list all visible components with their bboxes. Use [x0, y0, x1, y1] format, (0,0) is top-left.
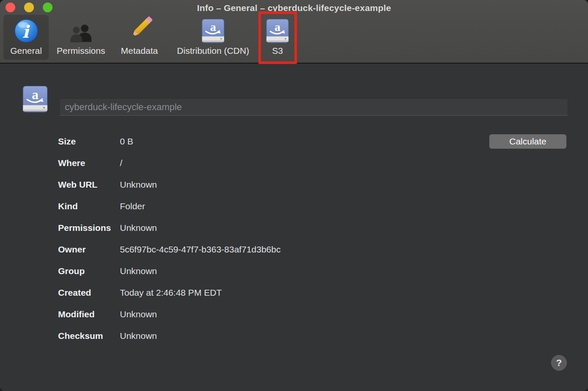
people-icon: [69, 15, 93, 45]
filename-input[interactable]: [59, 98, 568, 116]
s3-drive-icon: [201, 15, 225, 45]
tab-permissions[interactable]: Permissions: [50, 15, 112, 60]
tab-label: Permissions: [57, 45, 105, 56]
row-label: Owner: [0, 244, 120, 255]
info-row-owner: Owner 5c6f97bc-4c59-47f7-b363-83af71d3b6…: [0, 238, 588, 260]
s3-drive-icon: [266, 15, 289, 45]
row-value: Unknown: [120, 309, 157, 319]
row-value: Unknown: [120, 180, 157, 190]
info-row-checksum: Checksum Unknown: [0, 325, 588, 347]
tab-label: Distribution (CDN): [177, 45, 249, 56]
row-value: 0 B: [120, 136, 133, 147]
row-value: Today at 2:46:48 PM EDT: [120, 288, 222, 298]
general-panel: Size 0 B Calculate Where / Web URL Unkno…: [0, 64, 588, 391]
window-title: Info – General – cyberduck-lifecycle-exa…: [0, 3, 588, 13]
row-label: Group: [0, 266, 120, 276]
s3-drive-icon: [20, 86, 50, 115]
row-label: Where: [0, 158, 120, 168]
row-label: Permissions: [0, 223, 120, 233]
row-value: Folder: [120, 201, 145, 211]
row-label: Created: [0, 288, 120, 298]
calculate-button[interactable]: Calculate: [489, 134, 566, 149]
row-label: Kind: [0, 201, 120, 211]
tab-general[interactable]: General: [3, 15, 49, 60]
info-icon: [14, 15, 38, 45]
window-chrome: Info – General – cyberduck-lifecycle-exa…: [0, 0, 588, 64]
row-value: 5c6f97bc-4c59-47f7-b363-83af71d3b6bc: [120, 244, 280, 255]
row-value: Unknown: [120, 266, 157, 276]
tab-s3[interactable]: S3: [261, 15, 294, 60]
row-label: Size: [0, 136, 120, 147]
tab-metadata[interactable]: Metadata: [114, 15, 165, 60]
info-row-size: Size 0 B Calculate: [0, 130, 588, 152]
tab-label: General: [10, 45, 42, 56]
info-row-permissions: Permissions Unknown: [0, 217, 588, 238]
help-button[interactable]: ?: [551, 355, 567, 371]
row-value: Unknown: [120, 331, 157, 341]
info-row-created: Created Today at 2:46:48 PM EDT: [0, 282, 588, 303]
row-value: /: [120, 158, 122, 168]
info-row-group: Group Unknown: [0, 260, 588, 282]
pencil-icon: [126, 15, 153, 45]
titlebar[interactable]: Info – General – cyberduck-lifecycle-exa…: [0, 0, 588, 15]
info-window: Info – General – cyberduck-lifecycle-exa…: [0, 0, 588, 391]
info-row-web-url: Web URL Unknown: [0, 174, 588, 195]
info-row-kind: Kind Folder: [0, 195, 588, 217]
info-table: Size 0 B Calculate Where / Web URL Unkno…: [0, 130, 588, 347]
tab-label: S3: [272, 45, 283, 56]
tab-distribution-cdn[interactable]: Distribution (CDN): [166, 15, 260, 60]
row-label: Modified: [0, 309, 120, 319]
info-row-modified: Modified Unknown: [0, 303, 588, 325]
row-label: Web URL: [0, 180, 120, 190]
info-row-where: Where /: [0, 152, 588, 174]
tab-label: Metadata: [121, 45, 158, 56]
row-value: Unknown: [120, 223, 157, 233]
row-label: Checksum: [0, 331, 120, 341]
